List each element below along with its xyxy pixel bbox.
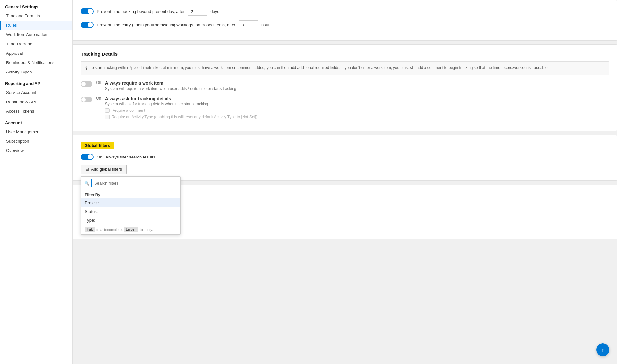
- tracking-details-heading: Tracking Details: [81, 51, 609, 57]
- prevent-entry-label: Prevent time entry (adding/editing/delet…: [97, 23, 235, 27]
- sidebar: (function() { const data = JSON.parse(do…: [0, 0, 73, 364]
- sidebar-item-reminders-notifications[interactable]: Reminders & Notifications: [0, 58, 72, 67]
- require-comment-label: Require a comment: [112, 108, 145, 113]
- sidebar-item-activity-types[interactable]: Activity Types: [0, 67, 72, 77]
- ask-tracking-slider: [81, 97, 92, 102]
- sidebar-item-work-item-automation[interactable]: Work Item Automation: [0, 30, 72, 39]
- require-comment-checkbox[interactable]: [105, 108, 110, 113]
- ask-tracking-desc: System will ask for tracking details whe…: [105, 102, 257, 106]
- ask-tracking-body: Always ask for tracking details System w…: [105, 96, 257, 119]
- global-filters-badge: Global filters: [81, 142, 114, 149]
- require-work-item-slider: [81, 81, 92, 87]
- ask-tracking-label: Always ask for tracking details: [105, 96, 257, 101]
- sidebar-section-title: Reporting and API: [0, 77, 72, 88]
- sidebar-item-rules[interactable]: Rules: [0, 21, 72, 30]
- prevent-entry-hours-input[interactable]: [239, 20, 258, 29]
- filter-item-project[interactable]: Project:: [81, 198, 180, 207]
- global-filters-card: Global filters On Always filter search r…: [73, 135, 617, 181]
- require-activity-type-checkbox[interactable]: [105, 115, 110, 119]
- sidebar-item-reporting-api[interactable]: Reporting & API: [0, 97, 72, 107]
- dropdown-footer: Tab to autocomplete. Enter to apply.: [81, 225, 180, 234]
- ask-tracking-toggle-wrap: [81, 97, 92, 103]
- always-filter-toggle[interactable]: [81, 154, 94, 160]
- sidebar-section-title: General Settings: [0, 0, 72, 11]
- tab-autocomplete-text: to autocomplete.: [96, 228, 123, 232]
- sidebar-item-time-formats[interactable]: Time and Formats: [0, 11, 72, 21]
- info-icon: ℹ: [85, 65, 87, 72]
- sidebar-item-subscription[interactable]: Subscription: [0, 137, 72, 146]
- prevent-tracking-card: Prevent time tracking beyond present day…: [73, 0, 617, 41]
- add-global-filters-button[interactable]: ⊟ Add global filters: [81, 165, 127, 174]
- ask-tracking-details-row: Off Always ask for tracking details Syst…: [81, 96, 609, 119]
- prevent-entry-toggle[interactable]: [81, 22, 94, 28]
- require-work-item-label: Always require a work item: [105, 81, 236, 86]
- always-filter-on-label: On: [97, 155, 102, 159]
- tab-key: Tab: [85, 227, 95, 232]
- prevent-beyond-toggle[interactable]: [81, 8, 94, 14]
- require-comment-row: Require a comment: [105, 108, 257, 113]
- sidebar-item-overview[interactable]: Overview: [0, 146, 72, 155]
- require-work-item-off-label: Off: [96, 81, 101, 85]
- ask-tracking-off-label: Off: [96, 96, 101, 101]
- search-icon: 🔍: [84, 181, 89, 186]
- filters-search-row: 🔍: [81, 177, 180, 190]
- sidebar-item-user-management[interactable]: User Management: [0, 127, 72, 137]
- scroll-to-top-button[interactable]: ↑: [596, 343, 609, 356]
- prevent-beyond-days-input[interactable]: [188, 7, 207, 16]
- sidebar-section-title: Account: [0, 116, 72, 127]
- always-filter-label: Always filter search results: [105, 155, 155, 159]
- always-filter-row: On Always filter search results: [81, 154, 609, 160]
- main-content: Prevent time tracking beyond present day…: [73, 0, 617, 364]
- always-filter-slider: [81, 154, 94, 160]
- tracking-details-info: ℹ To start tracking within 7pace Timetra…: [81, 61, 609, 75]
- prevent-entry-hour-label: hour: [261, 23, 270, 27]
- scroll-up-icon: ↑: [602, 347, 604, 353]
- prevent-beyond-row: Prevent time tracking beyond present day…: [81, 7, 609, 16]
- prevent-entry-row: Prevent time entry (adding/editing/delet…: [81, 20, 609, 29]
- filter-item-type[interactable]: Type:: [81, 216, 180, 225]
- filter-icon: ⊟: [85, 167, 89, 172]
- enter-apply-text: to apply.: [140, 228, 153, 232]
- enter-key: Enter: [124, 227, 138, 232]
- filters-dropdown-menu: 🔍 Filter By Project: Status: Type: Tab t…: [81, 176, 181, 235]
- filter-item-status[interactable]: Status:: [81, 207, 180, 216]
- toggle-slider-on: [81, 8, 94, 14]
- ask-tracking-toggle[interactable]: [81, 97, 92, 102]
- sidebar-item-service-account[interactable]: Service Account: [0, 88, 72, 97]
- require-work-item-body: Always require a work item System will r…: [105, 81, 236, 91]
- sidebar-item-access-tokens[interactable]: Access Tokens: [0, 107, 72, 116]
- add-global-filters-dropdown: ⊟ Add global filters 🔍 Filter By Project…: [81, 165, 127, 174]
- prevent-beyond-days-label: days: [210, 9, 219, 14]
- filter-by-label: Filter By: [81, 190, 180, 198]
- require-activity-type-label: Require an Activity Type (enabling this …: [112, 115, 257, 119]
- require-work-item-toggle-wrap: [81, 81, 92, 88]
- add-global-filters-label: Add global filters: [91, 167, 122, 172]
- sidebar-item-time-tracking[interactable]: Time Tracking: [0, 39, 72, 49]
- sidebar-item-approval[interactable]: Approval: [0, 49, 72, 58]
- tracking-details-info-text: To start tracking within 7pace Timetrack…: [90, 65, 549, 71]
- search-filters-input[interactable]: [91, 179, 177, 187]
- require-work-item-row: Off Always require a work item System wi…: [81, 81, 609, 91]
- tracking-details-card: Tracking Details ℹ To start tracking wit…: [73, 44, 617, 131]
- require-activity-type-row: Require an Activity Type (enabling this …: [105, 115, 257, 119]
- prevent-beyond-label: Prevent time tracking beyond present day…: [97, 9, 184, 14]
- require-work-item-toggle[interactable]: [81, 81, 92, 87]
- toggle-slider-on2: [81, 22, 94, 28]
- require-work-item-desc: System will require a work item when use…: [105, 86, 236, 91]
